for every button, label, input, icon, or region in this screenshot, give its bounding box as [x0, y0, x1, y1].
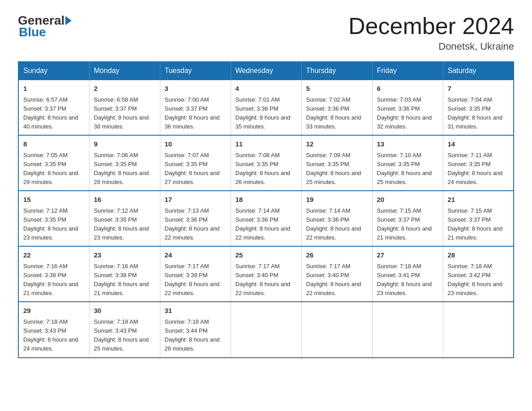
calendar-cell: 9Sunrise: 7:06 AMSunset: 3:35 PMDaylight… — [89, 135, 160, 191]
weekday-header-tuesday: Tuesday — [160, 62, 231, 80]
day-info: Sunrise: 7:15 AMSunset: 3:37 PMDaylight:… — [448, 206, 509, 243]
calendar-cell: 29Sunrise: 7:18 AMSunset: 3:43 PMDayligh… — [18, 302, 89, 357]
calendar-cell: 4Sunrise: 7:01 AMSunset: 3:36 PMDaylight… — [231, 80, 301, 135]
day-info: Sunrise: 7:14 AMSunset: 3:36 PMDaylight:… — [236, 206, 297, 243]
weekday-header-sunday: Sunday — [18, 62, 89, 80]
day-info: Sunrise: 7:01 AMSunset: 3:36 PMDaylight:… — [236, 95, 297, 132]
day-info: Sunrise: 7:11 AMSunset: 3:35 PMDaylight:… — [448, 151, 509, 187]
calendar-cell: 23Sunrise: 7:16 AMSunset: 3:38 PMDayligh… — [89, 246, 160, 302]
day-info: Sunrise: 7:18 AMSunset: 3:41 PMDaylight:… — [377, 262, 438, 298]
calendar-cell: 15Sunrise: 7:12 AMSunset: 3:35 PMDayligh… — [18, 191, 89, 246]
day-number: 28 — [448, 250, 509, 261]
day-info: Sunrise: 7:12 AMSunset: 3:35 PMDaylight:… — [94, 206, 155, 243]
day-number: 19 — [306, 195, 368, 205]
calendar-cell: 2Sunrise: 6:58 AMSunset: 3:37 PMDaylight… — [89, 80, 160, 135]
calendar-cell — [301, 302, 372, 357]
day-number: 29 — [23, 306, 85, 316]
day-info: Sunrise: 7:00 AMSunset: 3:37 PMDaylight:… — [165, 95, 226, 132]
day-number: 24 — [165, 250, 226, 261]
calendar-cell: 21Sunrise: 7:15 AMSunset: 3:37 PMDayligh… — [443, 191, 514, 246]
day-number: 15 — [23, 195, 85, 205]
day-number: 26 — [306, 250, 368, 261]
calendar-cell: 28Sunrise: 7:18 AMSunset: 3:42 PMDayligh… — [443, 246, 514, 302]
weekday-header-saturday: Saturday — [443, 62, 514, 80]
calendar-cell: 22Sunrise: 7:16 AMSunset: 3:38 PMDayligh… — [18, 246, 89, 302]
calendar-cell: 14Sunrise: 7:11 AMSunset: 3:35 PMDayligh… — [443, 135, 514, 191]
day-number: 10 — [165, 139, 226, 150]
calendar-cell: 30Sunrise: 7:18 AMSunset: 3:43 PMDayligh… — [89, 302, 160, 357]
calendar-cell: 10Sunrise: 7:07 AMSunset: 3:35 PMDayligh… — [160, 135, 231, 191]
day-info: Sunrise: 7:18 AMSunset: 3:42 PMDaylight:… — [448, 262, 509, 298]
logo-blue-text: Blue — [19, 25, 46, 39]
calendar-cell: 31Sunrise: 7:18 AMSunset: 3:44 PMDayligh… — [160, 302, 231, 357]
day-number: 18 — [236, 195, 297, 205]
day-number: 20 — [377, 195, 438, 205]
location-subtitle: Donetsk, Ukraine — [348, 41, 514, 52]
calendar-cell: 16Sunrise: 7:12 AMSunset: 3:35 PMDayligh… — [89, 191, 160, 246]
day-info: Sunrise: 7:06 AMSunset: 3:35 PMDaylight:… — [94, 151, 155, 187]
calendar-cell: 12Sunrise: 7:09 AMSunset: 3:35 PMDayligh… — [301, 135, 372, 191]
calendar-cell: 19Sunrise: 7:14 AMSunset: 3:36 PMDayligh… — [301, 191, 372, 246]
calendar-cell: 17Sunrise: 7:13 AMSunset: 3:36 PMDayligh… — [160, 191, 231, 246]
day-info: Sunrise: 7:05 AMSunset: 3:35 PMDaylight:… — [23, 151, 85, 187]
day-info: Sunrise: 7:12 AMSunset: 3:35 PMDaylight:… — [23, 206, 85, 243]
calendar-cell: 3Sunrise: 7:00 AMSunset: 3:37 PMDaylight… — [160, 80, 231, 135]
calendar-cell — [231, 302, 301, 357]
calendar-cell: 11Sunrise: 7:08 AMSunset: 3:35 PMDayligh… — [231, 135, 301, 191]
day-info: Sunrise: 7:18 AMSunset: 3:43 PMDaylight:… — [94, 317, 155, 354]
day-number: 21 — [448, 195, 509, 205]
calendar-cell — [443, 302, 514, 357]
weekday-header-thursday: Thursday — [301, 62, 372, 80]
day-info: Sunrise: 7:04 AMSunset: 3:35 PMDaylight:… — [448, 95, 509, 132]
calendar-cell: 20Sunrise: 7:15 AMSunset: 3:37 PMDayligh… — [372, 191, 443, 246]
calendar-cell: 7Sunrise: 7:04 AMSunset: 3:35 PMDaylight… — [443, 80, 514, 135]
day-number: 4 — [236, 84, 297, 94]
weekday-header-monday: Monday — [89, 62, 160, 80]
day-info: Sunrise: 7:02 AMSunset: 3:36 PMDaylight:… — [306, 95, 368, 132]
day-number: 11 — [236, 139, 297, 150]
calendar-cell: 18Sunrise: 7:14 AMSunset: 3:36 PMDayligh… — [231, 191, 301, 246]
day-number: 16 — [94, 195, 155, 205]
calendar-cell: 8Sunrise: 7:05 AMSunset: 3:35 PMDaylight… — [18, 135, 89, 191]
day-number: 2 — [94, 84, 155, 94]
day-number: 13 — [377, 139, 438, 150]
calendar-week-row: 1Sunrise: 6:57 AMSunset: 3:37 PMDaylight… — [18, 80, 514, 135]
day-info: Sunrise: 7:16 AMSunset: 3:38 PMDaylight:… — [94, 262, 155, 298]
day-number: 7 — [448, 84, 509, 94]
calendar-cell: 24Sunrise: 7:17 AMSunset: 3:39 PMDayligh… — [160, 246, 231, 302]
title-section: December 2024 Donetsk, Ukraine — [348, 13, 514, 52]
day-number: 30 — [94, 306, 155, 316]
calendar-cell: 25Sunrise: 7:17 AMSunset: 3:40 PMDayligh… — [231, 246, 301, 302]
day-number: 25 — [236, 250, 297, 261]
day-info: Sunrise: 7:10 AMSunset: 3:35 PMDaylight:… — [377, 151, 438, 187]
logo-triangle-icon — [65, 16, 72, 25]
weekday-header-friday: Friday — [372, 62, 443, 80]
logo: General Blue — [18, 13, 73, 39]
day-number: 23 — [94, 250, 155, 261]
day-info: Sunrise: 7:18 AMSunset: 3:44 PMDaylight:… — [165, 317, 226, 354]
day-number: 12 — [306, 139, 368, 150]
weekday-header-row: SundayMondayTuesdayWednesdayThursdayFrid… — [18, 62, 514, 80]
day-number: 5 — [306, 84, 368, 94]
day-number: 8 — [23, 139, 85, 150]
day-number: 27 — [377, 250, 438, 261]
calendar-cell: 27Sunrise: 7:18 AMSunset: 3:41 PMDayligh… — [372, 246, 443, 302]
calendar-week-row: 29Sunrise: 7:18 AMSunset: 3:43 PMDayligh… — [18, 302, 514, 357]
day-info: Sunrise: 7:18 AMSunset: 3:43 PMDaylight:… — [23, 317, 85, 354]
day-number: 3 — [165, 84, 226, 94]
day-number: 31 — [165, 306, 226, 316]
calendar-cell: 6Sunrise: 7:03 AMSunset: 3:36 PMDaylight… — [372, 80, 443, 135]
day-number: 14 — [448, 139, 509, 150]
calendar-week-row: 15Sunrise: 7:12 AMSunset: 3:35 PMDayligh… — [18, 191, 514, 246]
month-year-title: December 2024 — [348, 13, 514, 39]
day-info: Sunrise: 7:14 AMSunset: 3:36 PMDaylight:… — [306, 206, 368, 243]
calendar-table: SundayMondayTuesdayWednesdayThursdayFrid… — [18, 61, 514, 358]
day-number: 1 — [23, 84, 85, 94]
day-info: Sunrise: 7:08 AMSunset: 3:35 PMDaylight:… — [236, 151, 297, 187]
day-info: Sunrise: 7:17 AMSunset: 3:40 PMDaylight:… — [236, 262, 297, 298]
day-info: Sunrise: 6:58 AMSunset: 3:37 PMDaylight:… — [94, 95, 155, 132]
day-number: 17 — [165, 195, 226, 205]
day-info: Sunrise: 7:17 AMSunset: 3:40 PMDaylight:… — [306, 262, 368, 298]
calendar-cell: 13Sunrise: 7:10 AMSunset: 3:35 PMDayligh… — [372, 135, 443, 191]
day-info: Sunrise: 6:57 AMSunset: 3:37 PMDaylight:… — [23, 95, 85, 132]
